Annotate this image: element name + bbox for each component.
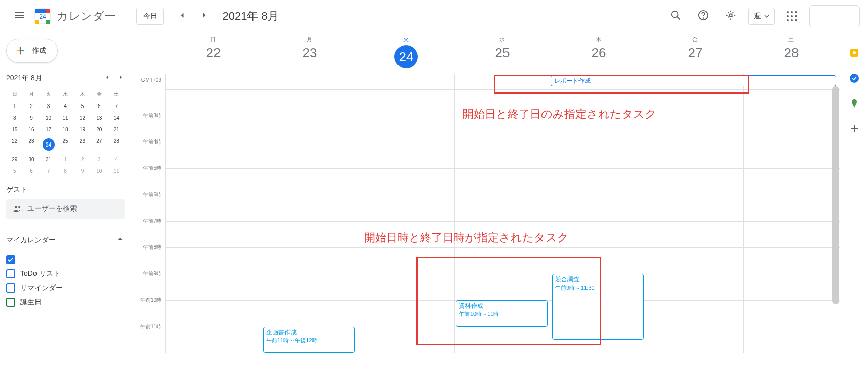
help-icon[interactable]: [694, 6, 713, 27]
time-grid[interactable]: 午前3時午前4時午前5時午前6時午前7時午前8時午前9時午前10時午前11時 企…: [130, 89, 840, 392]
mini-day[interactable]: 6: [91, 100, 107, 112]
mini-day[interactable]: 28: [108, 135, 125, 154]
app-logo[interactable]: 24 カレンダー: [32, 6, 116, 26]
mini-day[interactable]: 23: [23, 135, 40, 154]
mini-day[interactable]: 10: [91, 165, 107, 177]
calendar-event[interactable]: 資料作成午前10時～11時: [456, 300, 548, 327]
time-axis: 午前3時午前4時午前5時午前6時午前7時午前8時午前9時午前10時午前11時: [130, 89, 165, 353]
mini-day[interactable]: 1: [6, 100, 23, 112]
mini-next-month[interactable]: [117, 73, 125, 83]
day-header[interactable]: 日22: [165, 32, 262, 74]
mini-day[interactable]: 14: [108, 112, 125, 124]
keep-icon[interactable]: [849, 48, 859, 58]
mini-day[interactable]: 18: [57, 124, 74, 135]
calendar-item[interactable]: リマインダー: [6, 283, 125, 293]
mini-day[interactable]: 7: [108, 100, 125, 112]
scrollbar-thumb[interactable]: [832, 86, 839, 304]
google-apps-icon[interactable]: [783, 7, 801, 25]
settings-icon[interactable]: [721, 6, 740, 27]
mini-day[interactable]: 6: [23, 165, 40, 177]
add-addon-icon[interactable]: [849, 124, 859, 134]
mini-day[interactable]: 20: [91, 124, 107, 135]
calendar-checkbox[interactable]: [6, 269, 15, 278]
day-header[interactable]: 火24: [358, 32, 454, 74]
mini-day[interactable]: 12: [74, 112, 91, 124]
search-guests-input[interactable]: ユーザーを検索: [6, 199, 125, 219]
day-column[interactable]: [165, 89, 262, 353]
mini-day[interactable]: 10: [40, 112, 57, 124]
mini-day[interactable]: 19: [74, 124, 91, 135]
allday-slot[interactable]: [165, 74, 262, 89]
day-header[interactable]: 金27: [647, 32, 743, 74]
mini-day[interactable]: 3: [40, 100, 57, 112]
calendar-item[interactable]: [6, 255, 125, 264]
mini-day[interactable]: 9: [74, 165, 91, 177]
day-column[interactable]: 競合調査午前9時～11:30: [551, 89, 647, 353]
mini-day[interactable]: 11: [108, 165, 125, 177]
hour-label: 午前9時: [130, 270, 165, 297]
mini-day[interactable]: 5: [74, 100, 91, 112]
calendar-checkbox[interactable]: [6, 283, 15, 293]
allday-event[interactable]: レポート作成: [551, 75, 836, 86]
hamburger-menu-icon[interactable]: [8, 4, 30, 28]
calendar-event[interactable]: 企画書作成午前11時～午後12時: [263, 327, 355, 353]
day-weekday: 金: [647, 35, 743, 43]
mini-day[interactable]: 16: [23, 124, 40, 135]
day-column[interactable]: [647, 89, 743, 353]
calendar-event[interactable]: 競合調査午前9時～11:30: [552, 274, 644, 340]
day-column[interactable]: [358, 89, 454, 353]
mini-day[interactable]: 17: [40, 124, 57, 135]
day-header[interactable]: 月23: [262, 32, 358, 74]
mini-day[interactable]: 8: [57, 165, 74, 177]
maps-icon[interactable]: [849, 98, 859, 109]
mini-day[interactable]: 7: [40, 165, 57, 177]
search-icon[interactable]: [666, 6, 685, 27]
day-column[interactable]: 資料作成午前10時～11時: [454, 89, 551, 353]
mini-day[interactable]: 13: [91, 112, 107, 124]
mini-day[interactable]: 27: [91, 135, 107, 154]
create-button[interactable]: 作成: [6, 39, 58, 63]
my-calendars-toggle[interactable]: マイカレンダー: [6, 228, 125, 250]
view-selector[interactable]: 週: [748, 8, 775, 25]
tasks-icon[interactable]: [849, 73, 859, 83]
mini-day[interactable]: 2: [23, 100, 40, 112]
mini-calendar[interactable]: 日月火水木金土123456789101112131415161718192021…: [6, 88, 125, 177]
mini-day[interactable]: 8: [6, 112, 23, 124]
mini-day[interactable]: 4: [57, 100, 74, 112]
mini-day[interactable]: 2: [74, 154, 91, 165]
day-column[interactable]: 企画書作成午前11時～午後12時: [262, 89, 358, 353]
day-header[interactable]: 土28: [743, 32, 840, 74]
calendar-item[interactable]: ToDo リスト: [6, 269, 125, 278]
today-button[interactable]: 今日: [136, 8, 164, 25]
mini-day[interactable]: 26: [74, 135, 91, 154]
calendar-checkbox[interactable]: [6, 298, 15, 307]
calendar-item[interactable]: 誕生日: [6, 298, 125, 307]
day-weekday: 水: [454, 35, 551, 43]
allday-slot[interactable]: [358, 74, 454, 89]
mini-day[interactable]: 24: [40, 135, 57, 154]
mini-day[interactable]: 3: [91, 154, 107, 165]
timezone-label: GMT+09: [130, 74, 165, 89]
mini-day[interactable]: 31: [40, 154, 57, 165]
day-column[interactable]: [743, 89, 840, 353]
day-header[interactable]: 水25: [454, 32, 551, 74]
calendar-checkbox[interactable]: [6, 255, 15, 264]
mini-day[interactable]: 29: [6, 154, 23, 165]
mini-day[interactable]: 4: [108, 154, 125, 165]
prev-week-button[interactable]: [174, 7, 190, 25]
mini-day[interactable]: 30: [23, 154, 40, 165]
mini-day[interactable]: 9: [23, 112, 40, 124]
mini-day[interactable]: 25: [57, 135, 74, 154]
mini-day[interactable]: 22: [6, 135, 23, 154]
mini-day[interactable]: 15: [6, 124, 23, 135]
account-avatar[interactable]: [809, 5, 860, 27]
allday-slot[interactable]: [262, 74, 358, 89]
next-week-button[interactable]: [196, 7, 212, 25]
allday-slot[interactable]: [454, 74, 551, 89]
mini-day[interactable]: 11: [57, 112, 74, 124]
mini-day[interactable]: 5: [6, 165, 23, 177]
mini-prev-month[interactable]: [103, 73, 112, 83]
day-header[interactable]: 木26: [551, 32, 647, 74]
mini-day[interactable]: 1: [57, 154, 74, 165]
mini-day[interactable]: 21: [108, 124, 125, 135]
